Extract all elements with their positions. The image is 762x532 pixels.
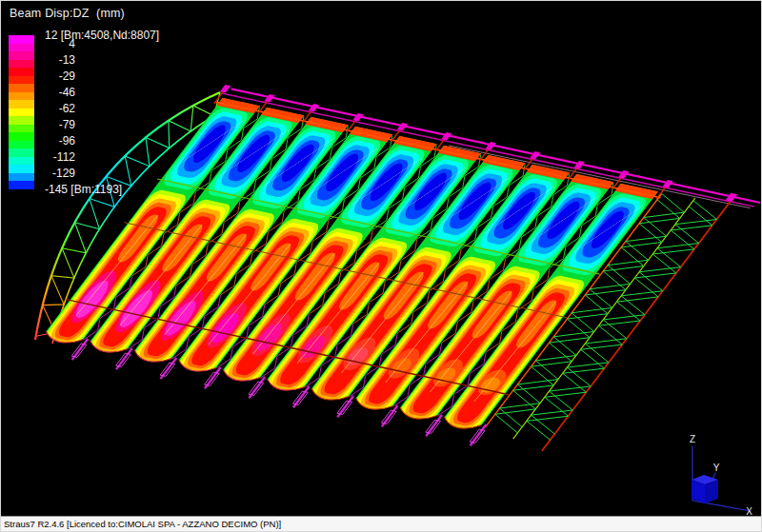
z-axis-label: Z (690, 434, 695, 444)
legend-tick-label: 4 (37, 37, 75, 50)
legend-tick-label: -129 (37, 167, 75, 180)
model-viewport[interactable]: Beam Disp:DZ (mm) 12 [Bm:4508,Nd:8807]4-… (1, 1, 761, 516)
legend-color-cell (9, 84, 34, 92)
legend-color-bar (9, 35, 34, 189)
legend-labels: 12 [Bm:4508,Nd:8807]4-13-29-46-62-79-96-… (37, 35, 199, 197)
status-bar: Straus7 R2.4.6 [Licenced to:CIMOLAI SPA … (1, 516, 761, 531)
legend-color-cell (9, 44, 34, 52)
legend-color-cell (9, 173, 34, 182)
legend-tick-label: -62 (37, 102, 75, 115)
x-axis-line (692, 501, 751, 511)
straus7-window: Beam Disp:DZ (mm) 12 [Bm:4508,Nd:8807]4-… (0, 0, 762, 532)
legend-color-cell (9, 165, 34, 173)
legend-color-cell (9, 100, 34, 108)
legend-color-cell (9, 157, 34, 166)
eave-knot (220, 85, 231, 93)
legend-color-cell (9, 68, 34, 76)
legend-color-cell (9, 108, 34, 117)
legend-tick-label: -79 (37, 118, 75, 131)
legend-tick-label: -112 (37, 150, 75, 164)
legend-color-cell (9, 76, 34, 85)
legend-color-cell (9, 148, 34, 157)
legend-tick-label: -145 [Bm:1193] (45, 183, 122, 196)
legend-tick-label: -46 (37, 86, 75, 99)
legend-color-cell (9, 60, 34, 69)
result-title: Beam Disp:DZ (mm) (10, 7, 125, 20)
legend-color-cell (9, 132, 34, 141)
legend-color-cell (9, 116, 34, 125)
legend-color-cell (9, 92, 34, 101)
legend-color-cell (9, 181, 34, 189)
legend-tick-label: -29 (37, 69, 75, 83)
legend-color-cell (9, 51, 34, 60)
x-axis-label: X (746, 506, 752, 516)
legend-color-cell (9, 141, 34, 149)
axis-triad: Z X Y (690, 434, 752, 516)
legend-color-cell (9, 125, 34, 133)
legend-color-cell (9, 35, 34, 44)
y-axis-label: Y (713, 463, 720, 473)
legend-tick-label: -96 (37, 134, 75, 148)
legend-tick-label: -13 (37, 53, 75, 67)
